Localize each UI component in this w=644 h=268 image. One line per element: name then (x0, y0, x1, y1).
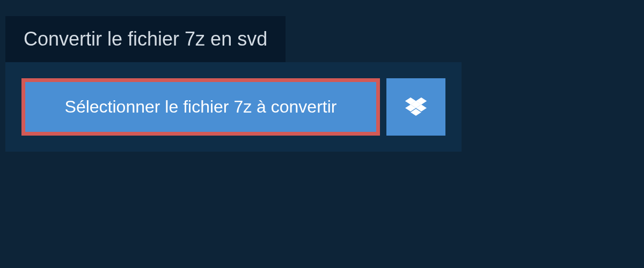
title-bar: Convertir le fichier 7z en svd (5, 16, 286, 62)
page-title: Convertir le fichier 7z en svd (24, 28, 267, 50)
dropbox-button[interactable] (386, 78, 445, 136)
select-file-button[interactable]: Sélectionner le fichier 7z à convertir (21, 78, 380, 136)
dropbox-icon (405, 98, 427, 117)
upload-panel: Sélectionner le fichier 7z à convertir (5, 62, 462, 152)
select-file-label: Sélectionner le fichier 7z à convertir (65, 97, 337, 117)
